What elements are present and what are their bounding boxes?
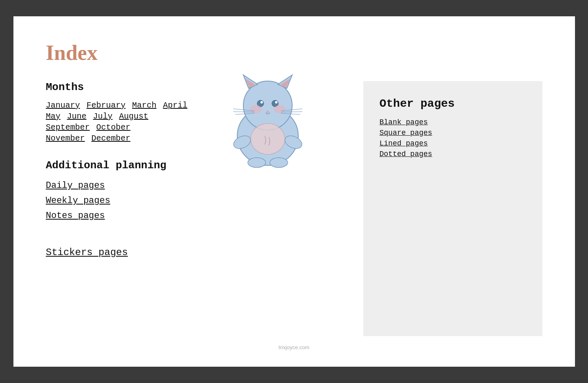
page-container: Index Months January February March Apri… [13, 16, 575, 367]
lined-pages-link[interactable]: Lined pages [380, 139, 526, 147]
month-july[interactable]: July [93, 112, 113, 121]
svg-point-23 [270, 158, 288, 167]
stickers-pages-link[interactable]: Stickers pages [46, 247, 128, 258]
month-october[interactable]: October [96, 123, 131, 132]
dotted-pages-link[interactable]: Dotted pages [380, 150, 526, 158]
month-december[interactable]: December [92, 134, 131, 143]
month-april[interactable]: April [163, 101, 188, 110]
svg-point-1 [243, 81, 292, 130]
other-pages-heading: Other pages [380, 97, 526, 110]
content-area: Months January February March April May … [46, 81, 542, 336]
page-title: Index [46, 41, 542, 65]
square-pages-link[interactable]: Square pages [380, 129, 526, 137]
month-august[interactable]: August [119, 112, 149, 121]
svg-point-19 [251, 123, 285, 154]
weekly-pages-link[interactable]: Weekly pages [46, 194, 347, 207]
month-february[interactable]: February [87, 101, 126, 110]
footer: trixjoyce.com [46, 344, 542, 350]
planning-links: Daily pages Weekly pages Notes pages [46, 179, 347, 222]
month-june[interactable]: June [67, 112, 87, 121]
month-september[interactable]: September [46, 123, 90, 132]
blank-pages-link[interactable]: Blank pages [380, 118, 526, 126]
svg-point-9 [275, 101, 278, 103]
svg-point-8 [260, 101, 263, 103]
right-panel: Other pages Blank pages Square pages Lin… [363, 81, 542, 336]
month-may[interactable]: May [46, 112, 61, 121]
cat-illustration [221, 73, 315, 171]
left-section: Months January February March April May … [46, 81, 347, 336]
other-pages-links: Blank pages Square pages Lined pages Dot… [380, 118, 526, 158]
daily-pages-link[interactable]: Daily pages [46, 179, 347, 192]
month-january[interactable]: January [46, 101, 80, 110]
month-march[interactable]: March [132, 101, 157, 110]
svg-point-22 [248, 158, 266, 167]
notes-pages-link[interactable]: Notes pages [46, 209, 347, 222]
stickers-section: Stickers pages [46, 247, 347, 258]
month-november[interactable]: November [46, 134, 85, 143]
